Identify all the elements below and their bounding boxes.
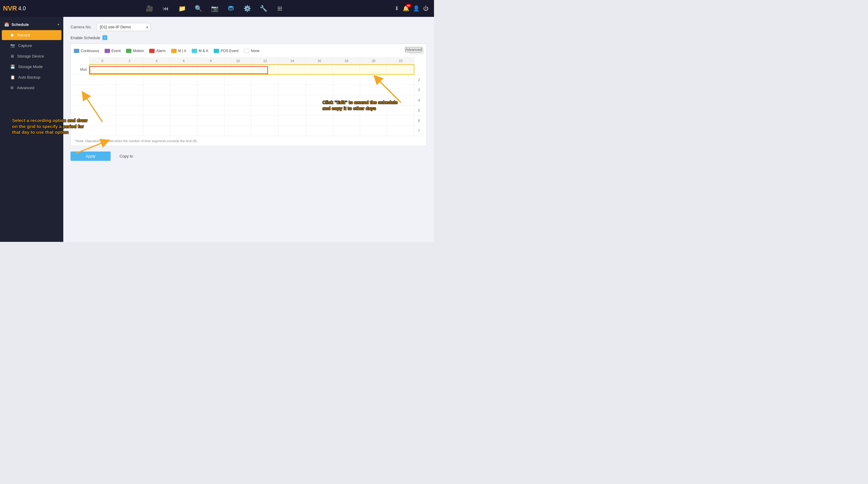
nav-playback-icon[interactable]: ⏮ (159, 2, 173, 15)
cell-3-5[interactable] (224, 85, 252, 95)
legend-motion[interactable]: Motion (126, 49, 144, 53)
sidebar-group-schedule[interactable]: 📅 Schedule ▾ (0, 19, 63, 30)
cell-6-11[interactable] (387, 116, 414, 126)
cell-6-4[interactable] (197, 116, 224, 126)
cell-7-5[interactable] (224, 126, 252, 136)
cell-7-4[interactable] (197, 126, 224, 136)
cell-7-3[interactable] (170, 126, 197, 136)
grid-row-6[interactable] (89, 116, 414, 126)
cell-2-6[interactable] (252, 75, 279, 85)
sidebar-item-storage-mode[interactable]: 💾 Storage Mode (2, 62, 61, 72)
cell-3-6[interactable] (252, 85, 279, 95)
cell-mon-1[interactable] (117, 65, 144, 74)
cell-2-11[interactable] (387, 75, 414, 85)
cell-6-5[interactable] (224, 116, 252, 126)
cell-4-8[interactable] (306, 95, 333, 105)
cell-mon-5[interactable] (224, 65, 252, 74)
grid-row-2[interactable] (89, 75, 414, 85)
cell-4-6[interactable] (252, 95, 279, 105)
cell-5-0[interactable] (89, 105, 116, 115)
cell-mon-8[interactable] (306, 65, 333, 74)
cell-6-2[interactable] (143, 116, 170, 126)
cell-6-6[interactable] (252, 116, 279, 126)
cell-7-1[interactable] (116, 126, 143, 136)
cell-5-4[interactable] (197, 105, 224, 115)
cell-4-2[interactable] (143, 95, 170, 105)
legend-event[interactable]: Event (104, 49, 121, 53)
cell-mon-3[interactable] (170, 65, 198, 74)
cell-mon-6[interactable] (252, 65, 279, 74)
cell-2-8[interactable] (306, 75, 333, 85)
cell-7-7[interactable] (279, 126, 306, 136)
cell-5-7[interactable] (279, 105, 306, 115)
cell-5-5[interactable] (224, 105, 252, 115)
copy-to-button[interactable]: Copy to (120, 154, 133, 158)
cell-2-9[interactable] (333, 75, 360, 85)
sidebar-item-capture[interactable]: 📷 Capture (2, 41, 61, 51)
camera-select-wrapper[interactable]: [D1] use-IP Demo (96, 23, 151, 31)
grid-row-4[interactable] (89, 95, 414, 105)
cell-6-10[interactable] (360, 116, 387, 126)
cell-4-10[interactable] (360, 95, 387, 105)
cell-4-1[interactable] (116, 95, 143, 105)
cell-4-7[interactable] (279, 95, 306, 105)
cell-4-4[interactable] (197, 95, 224, 105)
nav-grid-icon[interactable]: ⊞ (273, 2, 286, 15)
cell-7-2[interactable] (143, 126, 170, 136)
legend-none[interactable]: None (244, 49, 259, 53)
cell-5-1[interactable] (116, 105, 143, 115)
cell-2-0[interactable] (89, 75, 116, 85)
cell-3-10[interactable] (360, 85, 387, 95)
sidebar-item-auto-backup[interactable]: 📋 Auto Backup (2, 72, 61, 82)
cell-6-8[interactable] (306, 116, 333, 126)
cell-2-1[interactable] (116, 75, 143, 85)
cell-7-6[interactable] (252, 126, 279, 136)
cell-3-4[interactable] (197, 85, 224, 95)
nav-camera-icon[interactable]: 🎥 (143, 2, 156, 15)
cell-mon-11[interactable] (387, 65, 414, 74)
apply-button[interactable]: Apply (70, 152, 111, 161)
advanced-button[interactable]: Advanced (405, 47, 422, 53)
cell-6-9[interactable] (333, 116, 360, 126)
legend-m-a[interactable]: M | A (171, 49, 186, 53)
nav-user-icon[interactable]: 👤 (413, 5, 420, 12)
cell-7-0[interactable] (89, 126, 116, 136)
cell-5-2[interactable] (143, 105, 170, 115)
cell-3-0[interactable] (89, 85, 116, 95)
nav-search-icon[interactable]: 🔍 (192, 2, 205, 15)
cell-3-3[interactable] (170, 85, 197, 95)
cell-3-9[interactable] (333, 85, 360, 95)
sidebar-item-advanced[interactable]: ⚙ Advanced (2, 83, 61, 93)
nav-folder-icon[interactable]: 📁 (176, 2, 189, 15)
cell-4-11[interactable] (387, 95, 414, 105)
cell-7-11[interactable] (387, 126, 414, 136)
nav-wrench-icon[interactable]: 🔧 (257, 2, 270, 15)
legend-continuous[interactable]: Continuous (74, 49, 99, 53)
camera-select[interactable]: [D1] use-IP Demo (96, 23, 151, 31)
cell-2-5[interactable] (224, 75, 252, 85)
cell-2-10[interactable] (360, 75, 387, 85)
cell-5-6[interactable] (252, 105, 279, 115)
grid-row-5[interactable] (89, 105, 414, 116)
legend-pos-event[interactable]: POS Event (214, 49, 239, 53)
cell-3-2[interactable] (143, 85, 170, 95)
cell-3-7[interactable] (279, 85, 306, 95)
cell-4-0[interactable] (89, 95, 116, 105)
cell-6-0[interactable] (89, 116, 116, 126)
cell-7-10[interactable] (360, 126, 387, 136)
cell-5-9[interactable] (333, 105, 360, 115)
cell-5-8[interactable] (306, 105, 333, 115)
nav-download-icon[interactable]: ⬇ (395, 5, 399, 12)
grid-row-mon[interactable] (89, 64, 414, 75)
grid-row-7[interactable] (89, 126, 414, 136)
cell-mon-2[interactable] (144, 65, 170, 74)
cell-2-3[interactable] (170, 75, 197, 85)
nav-video-icon[interactable]: 📷 (208, 2, 221, 15)
nav-settings-icon[interactable]: ⚙️ (241, 2, 254, 15)
cell-6-3[interactable] (170, 116, 197, 126)
nav-bell-icon[interactable]: 🔔46 (403, 5, 409, 12)
enable-schedule-checkbox[interactable]: ✓ (102, 35, 107, 40)
grid-row-3[interactable] (89, 85, 414, 95)
cell-5-10[interactable] (360, 105, 387, 115)
nav-power-icon[interactable]: ⏻ (423, 5, 429, 12)
